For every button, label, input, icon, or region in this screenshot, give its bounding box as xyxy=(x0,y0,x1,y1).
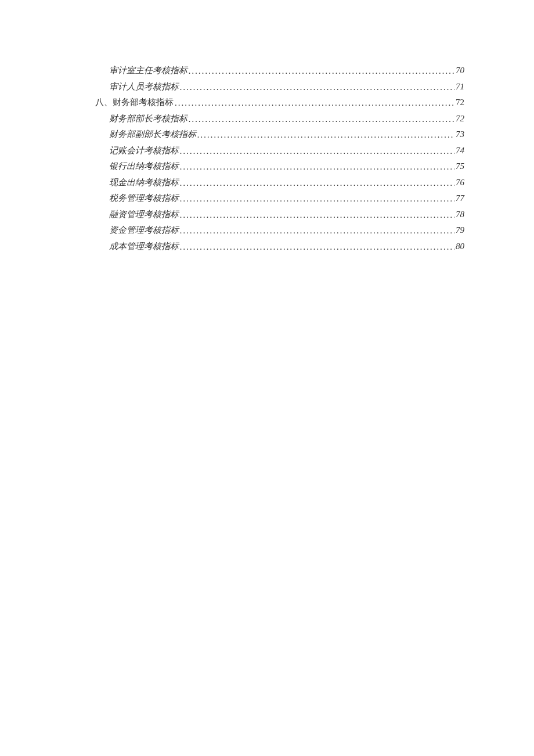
toc-leader-dots xyxy=(180,239,454,255)
toc-page-number: 77 xyxy=(456,190,464,207)
toc-entry: 税务管理考核指标 77 xyxy=(95,190,464,207)
toc-page-number: 74 xyxy=(456,143,464,159)
table-of-contents: 审计室主任考核指标 70 审计人员考核指标 71 八、财务部考核指标 72 财务… xyxy=(95,63,464,254)
toc-entry: 财务部部长考核指标 72 xyxy=(95,111,464,127)
toc-title: 审计人员考核指标 xyxy=(109,79,179,95)
toc-entry: 审计人员考核指标 71 xyxy=(95,79,464,95)
toc-leader-dots xyxy=(180,207,454,224)
toc-entry: 资金管理考核指标 79 xyxy=(95,222,464,239)
toc-title: 财务部副部长考核指标 xyxy=(109,127,196,143)
toc-leader-dots xyxy=(175,95,454,111)
toc-page-number: 75 xyxy=(456,159,464,175)
toc-page-number: 72 xyxy=(456,95,464,111)
toc-title: 银行出纳考核指标 xyxy=(109,159,179,175)
toc-title: 现金出纳考核指标 xyxy=(109,175,179,191)
toc-entry: 财务部副部长考核指标 73 xyxy=(95,127,464,143)
toc-page-number: 70 xyxy=(456,63,464,79)
toc-leader-dots xyxy=(180,143,454,160)
toc-entry: 记账会计考核指标 74 xyxy=(95,143,464,159)
toc-leader-dots xyxy=(189,111,454,128)
toc-title: 审计室主任考核指标 xyxy=(109,63,187,79)
toc-leader-dots xyxy=(180,191,454,207)
toc-entry: 审计室主任考核指标 70 xyxy=(95,63,464,79)
toc-entry: 融资管理考核指标 78 xyxy=(95,207,464,223)
toc-title: 财务部部长考核指标 xyxy=(109,111,187,127)
toc-title: 资金管理考核指标 xyxy=(109,222,179,239)
toc-leader-dots xyxy=(180,175,454,192)
toc-page-number: 78 xyxy=(456,207,464,223)
toc-page-number: 71 xyxy=(456,79,464,95)
toc-leader-dots xyxy=(180,80,454,96)
toc-page-number: 76 xyxy=(456,175,464,191)
toc-title: 成本管理考核指标 xyxy=(109,239,179,255)
toc-title: 税务管理考核指标 xyxy=(109,190,179,207)
toc-leader-dots xyxy=(197,127,454,143)
toc-page-number: 72 xyxy=(456,111,464,127)
toc-entry: 八、财务部考核指标 72 xyxy=(95,95,464,111)
toc-entry: 银行出纳考核指标 75 xyxy=(95,159,464,175)
toc-leader-dots xyxy=(180,159,454,175)
toc-page-number: 79 xyxy=(456,222,464,239)
toc-leader-dots xyxy=(189,63,454,80)
toc-entry: 成本管理考核指标 80 xyxy=(95,239,464,255)
toc-title: 八、财务部考核指标 xyxy=(95,95,174,111)
toc-page-number: 73 xyxy=(456,127,464,143)
toc-title: 融资管理考核指标 xyxy=(109,207,179,223)
toc-title: 记账会计考核指标 xyxy=(109,143,179,159)
toc-leader-dots xyxy=(180,223,454,239)
toc-page-number: 80 xyxy=(456,239,464,255)
toc-entry: 现金出纳考核指标 76 xyxy=(95,175,464,191)
